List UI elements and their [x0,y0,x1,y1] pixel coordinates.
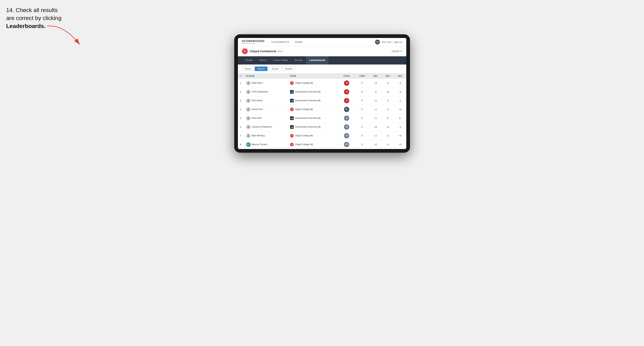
player-avatar [246,81,250,85]
team-logo: ▬ [290,99,294,102]
cell-rd1: +1 [369,96,382,105]
cell-rd2: +1 [382,131,394,140]
cell-rd2: +7 [382,140,394,149]
table-row: 3 Rich Butler▬Scoreboard University [A]-… [238,96,406,105]
filter-teams[interactable]: Teams [242,67,254,71]
cell-player: MTMarcus Turners [244,140,288,149]
cell-pos: 1 [238,79,244,88]
team-logo: ▬ [290,90,294,94]
tournament-bar: C Clippd Invitational (Men) Cancel ✕ [238,46,406,56]
cell-thru: F [355,123,370,131]
cell-player: David Ford [244,105,288,114]
team-logo: ▬ [290,116,294,120]
table-row: 5 Rees Britt▬Scoreboard University [A]+1… [238,114,406,123]
col-rd1: RD1 [369,73,382,79]
table-row: 2 Chris Robertson▬Scoreboard University … [238,87,406,96]
score-badge: +1 [344,116,349,121]
cell-team: ▬Scoreboard University [A] [288,123,338,131]
cell-total: -2 [339,96,355,105]
cell-rd3: +2 [394,140,406,149]
svg-point-5 [248,117,249,118]
cell-rd3: E [394,114,406,123]
cell-total: +6 [339,123,355,131]
team-logo: C [290,81,294,85]
tab-teams[interactable]: Teams [256,56,270,64]
score-badge: -4 [344,89,349,95]
player-avatar: MT [246,142,250,147]
nav-teams[interactable]: TEAMS [294,40,303,44]
cell-rd2: -4 [382,105,394,114]
team-logo: C [290,134,294,138]
cell-rd3: +6 [394,131,406,140]
cell-thru: F [355,87,370,96]
player-avatar [246,134,250,138]
user-avatar: TU [375,40,380,44]
cell-team: ▬Scoreboard University [A] [288,87,338,96]
cell-team: ▬Scoreboard University [A] [288,114,338,123]
cell-thru: F [355,79,370,88]
cell-team: CClippd College [A] [288,140,338,149]
filter-players[interactable]: Players [255,67,268,71]
team-logo: C [290,108,294,111]
cell-rd1: +1 [369,105,382,114]
cell-total: -4 [339,87,355,96]
cell-total: -8 [339,79,355,88]
cell-pos: 6 [238,123,244,131]
cell-total: +9 [339,131,355,140]
col-team: TEAM [288,73,338,79]
table-row: 4 David FordCClippd College [A]EF+1-4+3 [238,105,406,114]
tournament-name: Clippd Invitational [250,49,276,53]
svg-point-3 [248,100,249,101]
cell-player: Cameron Robertson [244,123,288,131]
svg-point-1 [248,82,249,83]
cell-team: CClippd College [A] [288,79,338,88]
cell-pos: 8 [238,140,244,149]
cell-total: E [339,105,355,114]
filter-strokes[interactable]: Strokes [282,67,295,71]
tournament-badge: (Men) [278,50,284,52]
cell-rd3: -5 [394,79,406,88]
signout-link[interactable]: Sign out [394,41,402,43]
svg-point-7 [248,135,249,136]
team-logo: C [290,143,294,146]
tab-leaderboards[interactable]: Leaderboards [306,56,329,64]
cell-thru: F [355,96,370,105]
svg-point-6 [248,126,249,127]
cell-total: +1 [339,114,355,123]
cell-rd2: E [382,114,394,123]
cancel-button[interactable]: Cancel ✕ [392,50,402,53]
player-avatar [246,116,250,120]
cell-pos: 7 [238,131,244,140]
col-pos: # [238,73,244,79]
cell-player: Elliot Ebert [244,79,288,88]
cell-thru: F [355,131,370,140]
cell-pos: 3 [238,96,244,105]
cell-pos: 5 [238,114,244,123]
cell-rd1: +5 [369,123,382,131]
table-row: 6 Cameron Robertson▬Scoreboard Universit… [238,123,406,131]
tab-course-setup[interactable]: Course Setup [270,56,291,64]
table-row: 8MTMarcus TurnersCClippd College [A]+11F… [238,140,406,149]
cell-rd3: -1 [394,123,406,131]
score-badge: +9 [344,133,349,138]
cell-rd1: +1 [369,114,382,123]
tab-details[interactable]: Details [242,56,256,64]
app-logo: SCOREBOARD Powered by clippd [242,40,265,44]
svg-point-4 [248,108,249,109]
col-rd3: RD3 [394,73,406,79]
cell-rd1: +2 [369,131,382,140]
player-avatar [246,125,250,129]
filter-scores[interactable]: Scores [269,67,282,71]
cell-thru: F [355,114,370,123]
filter-bar: Teams Players Scores Strokes [238,64,406,73]
cell-rd3: +3 [394,105,406,114]
leaderboard-table: # PLAYER TEAM TOTAL THRU RD1 RD2 RD3 1 E… [238,73,406,149]
col-thru: THRU [355,73,370,79]
cell-player: Blair McHarg [244,131,288,140]
nav-tournaments[interactable]: TOURNAMENTS [271,40,290,44]
team-logo: ▬ [290,125,294,129]
table-row: 1 Elliot EbertCClippd College [A]-8F+3-6… [238,79,406,88]
cell-rd1: +2 [369,140,382,149]
tab-results[interactable]: Results [291,56,306,64]
cell-team: CClippd College [A] [288,131,338,140]
